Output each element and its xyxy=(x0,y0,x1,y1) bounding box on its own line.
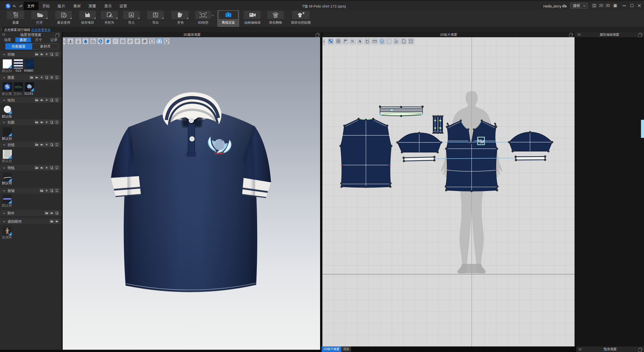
svg-text:N: N xyxy=(351,39,354,43)
svg-text:2: 2 xyxy=(111,15,113,18)
svg-text:A: A xyxy=(359,39,361,43)
